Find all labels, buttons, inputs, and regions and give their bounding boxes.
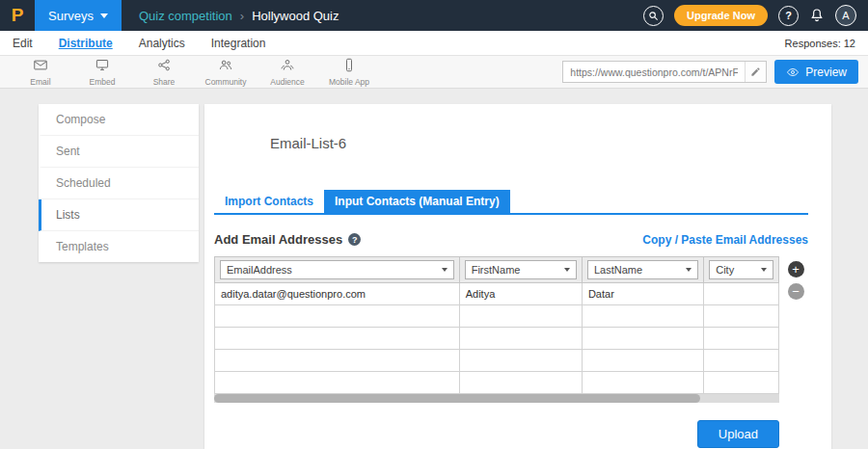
- cell-lastname[interactable]: [582, 372, 703, 394]
- header-row: EmailAddress FirstName LastName City: [215, 257, 779, 283]
- add-row-button[interactable]: [788, 261, 804, 277]
- questionpro-logo[interactable]: P: [0, 5, 35, 26]
- nav-item-analytics[interactable]: Analytics: [139, 32, 185, 55]
- cell-lastname[interactable]: [582, 350, 703, 372]
- cell-email[interactable]: [215, 328, 460, 350]
- cell-firstname[interactable]: [459, 350, 582, 372]
- column-select-firstname[interactable]: FirstName: [465, 260, 577, 279]
- cell-firstname[interactable]: [459, 372, 582, 394]
- cell-email[interactable]: [215, 350, 460, 372]
- toolbar-right: Preview: [562, 60, 858, 84]
- edit-url-pencil-icon[interactable]: [745, 62, 766, 82]
- horizontal-scrollbar[interactable]: [214, 394, 779, 403]
- chevron-down-icon: [442, 268, 448, 272]
- cell-firstname[interactable]: Aditya: [459, 283, 582, 305]
- surveys-dropdown[interactable]: Surveys: [35, 0, 122, 31]
- breadcrumb-separator: ›: [240, 9, 244, 23]
- toolbar-label: Audience: [270, 77, 304, 87]
- contacts-table: EmailAddress FirstName LastName City: [214, 256, 779, 394]
- cell-lastname[interactable]: [582, 328, 703, 350]
- add-email-title: Add Email Addresses: [214, 232, 342, 247]
- column-select-value: FirstName: [472, 264, 521, 276]
- toolbar-item-audience[interactable]: Audience: [257, 58, 318, 87]
- audience-icon: [280, 58, 295, 76]
- column-select-emailaddress[interactable]: EmailAddress: [220, 260, 454, 279]
- cell-city[interactable]: [704, 305, 779, 328]
- toolbar-item-mobile-app[interactable]: Mobile App: [318, 58, 380, 87]
- sidebar-item-scheduled[interactable]: Scheduled: [39, 168, 199, 199]
- search-icon[interactable]: [643, 6, 664, 26]
- copy-paste-link[interactable]: Copy / Paste Email Addresses: [642, 233, 808, 247]
- preview-label: Preview: [805, 66, 847, 79]
- toolbar-label: Email: [30, 77, 50, 87]
- toolbar-item-embed[interactable]: Embed: [71, 58, 133, 87]
- column-select-lastname[interactable]: LastName: [587, 260, 698, 279]
- upgrade-now-button[interactable]: Upgrade Now: [674, 5, 768, 26]
- toolbar-item-community[interactable]: Community: [195, 58, 257, 87]
- toolbar-item-share[interactable]: Share: [133, 58, 195, 87]
- cell-city[interactable]: [704, 350, 779, 372]
- chevron-down-icon: [686, 268, 692, 272]
- cell-firstname[interactable]: [459, 328, 582, 350]
- surveys-label: Surveys: [48, 9, 94, 23]
- survey-nav: Edit Distribute Analytics Integration Re…: [0, 31, 868, 56]
- column-select-city[interactable]: City: [709, 260, 773, 279]
- table-row: [215, 328, 779, 350]
- upload-button[interactable]: Upload: [697, 420, 779, 448]
- email-sidebar: Compose Sent Scheduled Lists Templates: [39, 104, 199, 262]
- community-icon: [218, 58, 233, 76]
- chevron-down-icon: [761, 268, 767, 272]
- cell-email[interactable]: aditya.datar@questionpro.com: [215, 283, 460, 305]
- cell-city[interactable]: [704, 328, 779, 350]
- cell-email[interactable]: [215, 372, 460, 394]
- table-row: aditya.datar@questionpro.com Aditya Data…: [215, 283, 779, 305]
- table-row: [215, 350, 779, 372]
- sidebar-item-lists[interactable]: Lists: [39, 199, 199, 231]
- sidebar-item-templates[interactable]: Templates: [39, 231, 199, 262]
- toolbar-label: Share: [153, 77, 176, 87]
- share-icon: [156, 58, 172, 76]
- nav-item-integration[interactable]: Integration: [211, 32, 266, 55]
- help-tooltip-icon[interactable]: ?: [348, 233, 361, 246]
- list-detail-card: Email-List-6 Import Contacts Input Conta…: [204, 104, 831, 449]
- cell-lastname[interactable]: [582, 305, 703, 328]
- chevron-down-icon: [100, 13, 108, 18]
- breadcrumb-current: Hollywood Quiz: [252, 9, 339, 23]
- breadcrumb: Quiz competition › Hollywood Quiz: [139, 9, 339, 23]
- topbar-actions: Upgrade Now ? A: [643, 5, 868, 26]
- page-body: Compose Sent Scheduled Lists Templates E…: [0, 89, 868, 449]
- nav-item-edit[interactable]: Edit: [13, 32, 33, 55]
- contacts-table-area: EmailAddress FirstName LastName City: [214, 256, 812, 394]
- table-row: [215, 372, 779, 394]
- survey-url-input[interactable]: [563, 66, 745, 78]
- remove-row-button[interactable]: [788, 283, 804, 300]
- toolbar-label: Embed: [90, 77, 116, 87]
- toolbar-item-email[interactable]: Email: [10, 58, 71, 87]
- topbar: P Surveys Quiz competition › Hollywood Q…: [0, 0, 868, 31]
- sidebar-item-sent[interactable]: Sent: [39, 136, 199, 168]
- sidebar-item-compose[interactable]: Compose: [39, 104, 199, 136]
- cell-city[interactable]: [704, 372, 779, 394]
- notifications-bell-icon[interactable]: [809, 8, 825, 23]
- nav-item-distribute[interactable]: Distribute: [59, 32, 113, 55]
- mobile-app-icon: [341, 58, 357, 76]
- survey-url-box: [562, 61, 767, 83]
- tab-import-contacts[interactable]: Import Contacts: [214, 190, 324, 213]
- cell-firstname[interactable]: [459, 305, 582, 328]
- user-avatar[interactable]: A: [835, 5, 856, 26]
- upload-row: Upload: [214, 420, 779, 449]
- scrollbar-thumb[interactable]: [214, 394, 700, 403]
- toolbar-label: Mobile App: [329, 77, 369, 87]
- tab-input-contacts-manual[interactable]: Input Contacts (Manual Entry): [324, 190, 510, 213]
- help-icon[interactable]: ?: [778, 6, 799, 26]
- cell-lastname[interactable]: Datar: [582, 283, 703, 305]
- add-email-left: Add Email Addresses ?: [214, 232, 361, 247]
- chevron-down-icon: [564, 268, 570, 272]
- table-row: [215, 305, 779, 328]
- cell-email[interactable]: [215, 305, 460, 328]
- cell-city[interactable]: [704, 283, 779, 305]
- add-email-row: Add Email Addresses ? Copy / Paste Email…: [214, 232, 808, 247]
- preview-button[interactable]: Preview: [774, 60, 858, 84]
- responses-count[interactable]: Responses: 12: [785, 38, 855, 49]
- breadcrumb-parent[interactable]: Quiz competition: [139, 9, 232, 23]
